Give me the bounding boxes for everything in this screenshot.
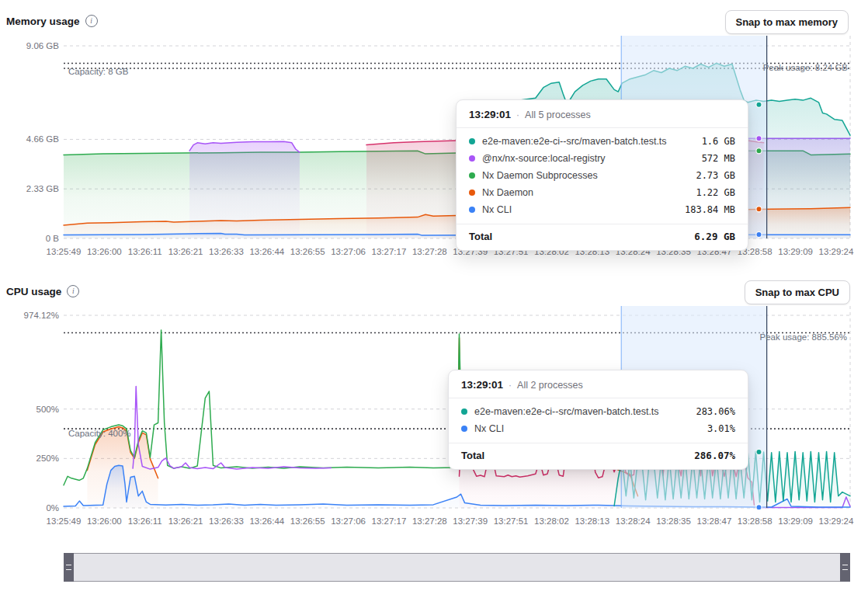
memory-hover-point bbox=[756, 231, 762, 237]
info-icon[interactable]: i bbox=[67, 285, 79, 297]
cpu-x-tick-label: 13:28:35 bbox=[656, 516, 691, 527]
brush-handle-right[interactable] bbox=[840, 553, 850, 582]
memory-peak-label: Peak usage: 8.24 GB bbox=[763, 63, 848, 72]
info-icon[interactable]: i bbox=[85, 15, 98, 27]
series-color-dot-icon bbox=[461, 408, 467, 415]
memory-x-tick-label: 13:26:44 bbox=[249, 246, 284, 257]
tooltip-row: e2e-maven:e2e-ci--src/maven-batch.test.t… bbox=[469, 133, 735, 150]
brush-handle-left[interactable] bbox=[64, 553, 74, 582]
tooltip-row: Nx CLI3.01% bbox=[461, 420, 735, 437]
cpu-tooltip: 13:29:01 · All 2 processes e2e-maven:e2e… bbox=[448, 370, 748, 470]
memory-tooltip: 13:29:01 · All 5 processes e2e-maven:e2e… bbox=[456, 99, 748, 251]
series-color-dot-icon bbox=[469, 172, 475, 179]
cpu-x-tick-label: 13:29:24 bbox=[819, 516, 854, 527]
memory-hover-point bbox=[756, 207, 762, 212]
total-label: Total bbox=[469, 231, 492, 242]
process-name: e2e-maven:e2e-ci--src/maven-batch.test.t… bbox=[482, 136, 695, 147]
cpu-title-text: CPU usage bbox=[6, 286, 61, 297]
process-value: 572 MB bbox=[702, 153, 735, 164]
snap-to-max-cpu-button[interactable]: Snap to max CPU bbox=[745, 280, 850, 304]
series-color-dot-icon bbox=[469, 155, 475, 162]
cpu-x-tick-label: 13:28:24 bbox=[616, 516, 651, 527]
process-value: 183.84 MB bbox=[685, 204, 735, 215]
cpu-series-local-registry bbox=[133, 386, 331, 469]
memory-x-tick-label: 13:29:24 bbox=[819, 246, 854, 257]
tooltip-time: 13:29:01 bbox=[469, 109, 511, 120]
process-value: 2.73 GB bbox=[696, 170, 735, 181]
memory-x-tick-label: 13:26:00 bbox=[87, 246, 122, 257]
cpu-peak-label: Peak usage: 885.56% bbox=[759, 332, 847, 342]
cpu-x-tick-label: 13:28:02 bbox=[534, 516, 569, 527]
tooltip-separator: · bbox=[516, 110, 519, 120]
cpu-x-tick-label: 13:26:55 bbox=[290, 516, 325, 527]
series-color-dot-icon bbox=[469, 138, 475, 144]
tooltip-separator: · bbox=[509, 380, 512, 391]
cpu-x-tick-label: 13:27:06 bbox=[331, 516, 366, 527]
cpu-x-tick-label: 13:25:49 bbox=[47, 516, 82, 527]
cpu-hover-point bbox=[756, 449, 762, 454]
cpu-x-tick-label: 13:26:44 bbox=[249, 516, 284, 527]
cpu-x-tick-label: 13:29:09 bbox=[778, 516, 813, 527]
tooltip-row: Nx Daemon1.22 GB bbox=[469, 184, 735, 201]
memory-x-tick-label: 13:25:49 bbox=[47, 246, 82, 257]
time-range-brush[interactable] bbox=[64, 553, 850, 582]
memory-hover-point bbox=[756, 102, 762, 107]
cpu-tooltip-header: 13:29:01 · All 2 processes bbox=[449, 370, 748, 398]
cpu-hover-point bbox=[756, 505, 762, 510]
process-name: Nx CLI bbox=[482, 204, 678, 215]
memory-x-tick-label: 13:27:28 bbox=[412, 246, 447, 257]
tooltip-subtitle: All 5 processes bbox=[525, 110, 591, 120]
total-value: 286.07% bbox=[694, 450, 735, 461]
memory-capacity-label: Capacity: 8 GB bbox=[68, 67, 128, 76]
process-value: 283.06% bbox=[696, 406, 735, 417]
tooltip-time: 13:29:01 bbox=[461, 379, 503, 391]
series-color-dot-icon bbox=[461, 426, 467, 432]
process-name: @nx/nx-source:local-registry bbox=[482, 153, 695, 164]
process-value: 1.6 GB bbox=[702, 136, 735, 147]
cpu-x-tick-label: 13:26:11 bbox=[128, 516, 162, 527]
cpu-x-tick-label: 13:26:21 bbox=[168, 516, 203, 527]
memory-hover-point bbox=[756, 148, 762, 154]
memory-tooltip-header: 13:29:01 · All 5 processes bbox=[457, 100, 748, 127]
cpu-tooltip-total: Total 286.07% bbox=[449, 443, 748, 469]
nx-profiler-app: Memory usage i Snap to max memory CPU us… bbox=[0, 0, 868, 591]
cpu-section-title: CPU usage i bbox=[6, 285, 79, 297]
total-label: Total bbox=[461, 450, 484, 461]
process-name: Nx CLI bbox=[474, 423, 700, 434]
cpu-x-tick-label: 13:27:51 bbox=[494, 516, 529, 527]
memory-x-tick-label: 13:26:55 bbox=[290, 246, 325, 257]
memory-section-title: Memory usage i bbox=[6, 15, 98, 27]
process-value: 1.22 GB bbox=[696, 187, 735, 198]
memory-tooltip-rows: e2e-maven:e2e-ci--src/maven-batch.test.t… bbox=[457, 128, 748, 220]
memory-x-tick-label: 13:26:11 bbox=[128, 246, 162, 257]
cpu-x-tick-label: 13:27:17 bbox=[372, 516, 407, 527]
cpu-x-tick-label: 13:27:28 bbox=[412, 516, 447, 527]
cpu-x-tick-label: 13:28:47 bbox=[697, 516, 732, 527]
memory-title-text: Memory usage bbox=[6, 16, 80, 27]
total-value: 6.29 GB bbox=[694, 231, 735, 242]
cpu-x-tick-label: 13:27:39 bbox=[453, 516, 488, 527]
series-color-dot-icon bbox=[469, 207, 475, 213]
tooltip-row: e2e-maven:e2e-ci--src/maven-batch.test.t… bbox=[461, 403, 735, 420]
memory-hover-point bbox=[756, 136, 762, 141]
tooltip-row: Nx CLI183.84 MB bbox=[469, 201, 735, 218]
process-name: Nx Daemon bbox=[482, 187, 689, 198]
process-value: 3.01% bbox=[707, 423, 735, 434]
memory-x-tick-label: 13:26:21 bbox=[168, 246, 203, 257]
cpu-x-tick-label: 13:26:33 bbox=[209, 516, 244, 527]
tooltip-row: Nx Daemon Subprocesses2.73 GB bbox=[469, 167, 735, 184]
process-name: Nx Daemon Subprocesses bbox=[482, 170, 689, 181]
memory-x-tick-label: 13:26:33 bbox=[209, 246, 244, 257]
snap-to-max-memory-button[interactable]: Snap to max memory bbox=[725, 10, 849, 34]
cpu-x-tick-label: 13:26:00 bbox=[87, 516, 122, 527]
series-color-dot-icon bbox=[469, 189, 475, 196]
memory-tooltip-total: Total 6.29 GB bbox=[457, 224, 748, 250]
cpu-x-tick-label: 13:28:58 bbox=[738, 516, 773, 527]
memory-x-tick-label: 13:27:06 bbox=[331, 246, 366, 257]
process-name: e2e-maven:e2e-ci--src/maven-batch.test.t… bbox=[474, 406, 689, 417]
brush-grip-icon bbox=[842, 565, 848, 570]
brush-grip-icon bbox=[66, 565, 71, 570]
cpu-capacity-label: Capacity: 400% bbox=[68, 429, 131, 438]
memory-x-tick-label: 13:27:17 bbox=[372, 246, 407, 257]
cpu-x-tick-label: 13:28:13 bbox=[575, 516, 609, 527]
